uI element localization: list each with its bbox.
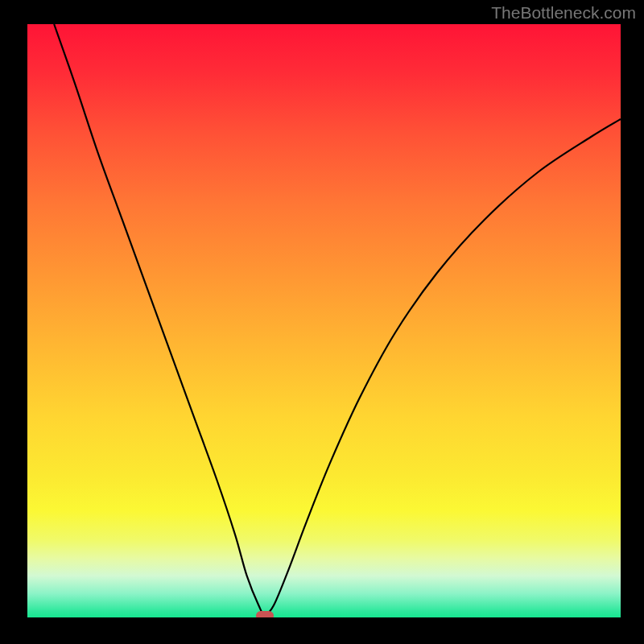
chart-plot-area <box>27 24 621 617</box>
optimal-point-marker <box>256 611 274 617</box>
attribution-text: TheBottleneck.com <box>491 3 636 23</box>
bottleneck-curve <box>27 24 621 617</box>
